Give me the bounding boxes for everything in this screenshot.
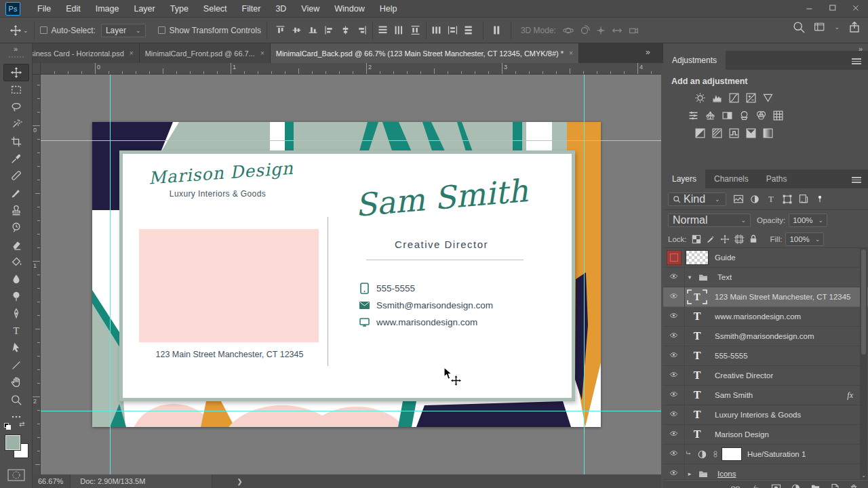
layer-name[interactable]: www.marisondesign.com <box>715 312 801 321</box>
tab-adjustments[interactable]: Adjustments <box>663 51 726 70</box>
exposure-icon[interactable] <box>745 92 757 104</box>
visibility-eye-icon[interactable] <box>668 470 679 479</box>
type-layer-thumbnail[interactable]: T <box>685 389 709 401</box>
lock-artboard-icon[interactable] <box>732 233 747 245</box>
tool-history-brush[interactable] <box>3 219 29 237</box>
type-layer-thumbnail[interactable]: T <box>685 428 709 441</box>
layer-row-2[interactable]: T123 Main Street Manchester, CT 12345 <box>663 287 868 307</box>
align-right-icon[interactable] <box>354 24 370 37</box>
tool-hand[interactable] <box>3 373 29 391</box>
hue-saturation-icon[interactable] <box>688 110 699 121</box>
menu-type[interactable]: Type <box>163 0 196 18</box>
layer-name[interactable]: 555-5555 <box>715 352 748 360</box>
minimize-button[interactable] <box>799 0 822 18</box>
menu-edit[interactable]: Edit <box>58 0 88 18</box>
type-layer-filter-icon[interactable]: T <box>763 192 779 206</box>
horizontal-ruler[interactable]: 01234 <box>33 63 661 75</box>
type-layer-thumbnail[interactable]: T <box>685 330 709 342</box>
channel-mixer-icon[interactable] <box>755 110 767 121</box>
link-layers-icon[interactable] <box>730 483 741 488</box>
distribute-spacing-icon[interactable] <box>489 24 505 37</box>
layer-name[interactable]: Creative Director <box>715 371 773 380</box>
panel-menu-icon[interactable] <box>852 57 861 66</box>
status-chevron-icon[interactable]: ❯ <box>237 478 242 485</box>
layer-row-1[interactable]: ▾Text <box>663 268 868 287</box>
tool-line[interactable] <box>3 357 29 374</box>
align-center-icon[interactable] <box>338 24 354 37</box>
add-mask-icon[interactable] <box>770 483 782 488</box>
tool-marquee[interactable] <box>3 81 29 98</box>
share-icon[interactable] <box>846 20 863 34</box>
menu-image[interactable]: Image <box>88 0 127 18</box>
menu-help[interactable]: Help <box>372 0 405 18</box>
visibility-eye-icon[interactable] <box>668 312 679 321</box>
filter-toggle-icon[interactable] <box>812 192 828 206</box>
menu-file[interactable]: File <box>30 0 58 18</box>
tool-dodge[interactable] <box>3 287 29 305</box>
threshold-icon[interactable] <box>728 127 740 139</box>
type-layer-thumbnail[interactable]: T <box>685 369 709 382</box>
tab-overflow-icon[interactable]: » <box>646 47 650 57</box>
visibility-eye-icon[interactable] <box>668 411 679 420</box>
visibility-eye-icon[interactable] <box>668 293 679 302</box>
align-top-icon[interactable] <box>273 24 289 37</box>
photoshop-logo[interactable]: Ps <box>5 2 20 16</box>
blend-mode-dropdown[interactable]: Normal⌄ <box>668 214 751 227</box>
layer-name[interactable]: Hue/Saturation 1 <box>747 450 806 458</box>
levels-icon[interactable] <box>711 92 723 104</box>
tab-layers[interactable]: Layers <box>663 169 705 188</box>
tab-paths[interactable]: Paths <box>757 169 796 188</box>
photo-filter-icon[interactable] <box>738 110 750 121</box>
brightness-contrast-icon[interactable] <box>694 92 706 104</box>
align-bottom-icon[interactable] <box>305 24 321 37</box>
tool-type[interactable]: T <box>3 322 29 340</box>
layer-name[interactable]: Luxury Interiors & Goods <box>715 411 801 419</box>
adjustment-layer-filter-icon[interactable] <box>747 192 763 206</box>
selective-color-icon[interactable] <box>745 127 757 139</box>
color-balance-icon[interactable] <box>705 110 716 121</box>
menu-window[interactable]: Window <box>327 0 372 18</box>
distribute-middle-icon[interactable] <box>391 24 408 37</box>
distribute-right-icon[interactable] <box>461 24 477 37</box>
pixel-layer-filter-icon[interactable] <box>730 192 747 206</box>
menu-layer[interactable]: Layer <box>126 0 162 18</box>
shape-layer-filter-icon[interactable] <box>779 192 795 206</box>
color-lookup-icon[interactable] <box>772 110 784 121</box>
visibility-eye-icon[interactable] <box>668 391 679 400</box>
new-layer-icon[interactable] <box>830 483 840 488</box>
vibrance-icon[interactable] <box>762 92 774 104</box>
layer-style-fx-icon[interactable]: fx <box>750 483 762 488</box>
vertical-ruler[interactable]: 012 <box>33 75 41 474</box>
delete-layer-icon[interactable] <box>849 483 859 488</box>
layer-row-7[interactable]: TSam Smithfx⌄ <box>663 386 868 405</box>
visibility-eye-icon[interactable] <box>668 332 679 341</box>
curves-icon[interactable] <box>728 92 740 104</box>
layer-name[interactable]: Icons <box>717 470 736 478</box>
search-icon[interactable] <box>791 20 807 34</box>
lock-pixels-icon[interactable] <box>704 233 718 245</box>
tool-pen[interactable] <box>3 305 29 323</box>
menu-filter[interactable]: Filter <box>235 0 269 18</box>
smart-object-filter-icon[interactable] <box>795 192 812 206</box>
new-group-icon[interactable] <box>810 483 821 488</box>
align-left-icon[interactable] <box>321 24 338 37</box>
visibility-eye-icon[interactable] <box>668 352 679 361</box>
tool-brush[interactable] <box>3 184 29 202</box>
lock-position-icon[interactable] <box>718 233 732 245</box>
posterize-icon[interactable] <box>711 127 723 139</box>
tool-move[interactable] <box>3 64 29 81</box>
visibility-eye-icon[interactable] <box>668 273 679 282</box>
zoom-level[interactable]: 66.67% <box>33 477 70 485</box>
tool-paint-bucket[interactable] <box>3 253 29 270</box>
hidden-visibility-box[interactable] <box>667 250 682 265</box>
layer-row-10[interactable]: Hue/Saturation 1 <box>663 445 868 464</box>
document-tab-3[interactable]: MinimalCard_Back.psd @ 66.7% (123 Main S… <box>271 43 579 63</box>
layer-name[interactable]: Ssmith@marisondesign.com <box>715 332 814 340</box>
layer-row-8[interactable]: TLuxury Interiors & Goods <box>663 405 868 425</box>
tool-blur[interactable] <box>3 270 29 288</box>
type-layer-thumbnail[interactable]: T <box>685 288 709 306</box>
layer-row-6[interactable]: TCreative Director <box>663 366 868 386</box>
swap-colors-icon[interactable]: ⇄ <box>19 420 24 428</box>
layer-name[interactable]: Text <box>717 273 732 281</box>
layer-row-11[interactable]: ▸Icons <box>663 464 868 480</box>
